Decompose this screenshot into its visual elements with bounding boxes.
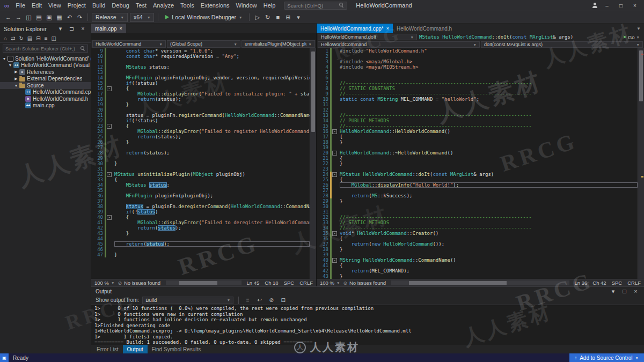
run-without-debugging-icon[interactable]: ▷ bbox=[253, 14, 261, 21]
tree-item-solution-helloworldcommand-1-of-1-project[interactable]: ▼Solution 'HelloWorldCommand' (1 of 1 pr… bbox=[0, 55, 91, 62]
window-position-icon[interactable]: ▾ bbox=[609, 288, 617, 295]
breadcrumb-dropdown[interactable]: HelloWorldCommand▼ bbox=[92, 40, 166, 48]
messages-list-icon[interactable]: ≡ bbox=[244, 297, 252, 303]
undo-icon[interactable]: ↶ bbox=[65, 14, 74, 21]
menu-debug[interactable]: Debug bbox=[108, 2, 132, 9]
new-project-icon[interactable]: ◫ bbox=[25, 14, 33, 21]
fold-collapse-icon[interactable]: - bbox=[107, 172, 112, 177]
panel-tab-find-symbol-results[interactable]: Find Symbol Results bbox=[148, 345, 206, 353]
maximize-button[interactable]: □ bbox=[616, 3, 626, 9]
menu-test[interactable]: Test bbox=[133, 2, 150, 9]
build-icon[interactable]: ⊞ bbox=[284, 14, 292, 21]
maximize-panel-icon[interactable]: □ bbox=[620, 288, 628, 295]
chevron-right-icon[interactable]: ▶ bbox=[13, 70, 19, 74]
tree-item-helloworldcommand-h[interactable]: hHelloWorldCommand.h bbox=[0, 95, 91, 102]
breadcrumb-dropdown[interactable]: HelloWorldCommand▼ bbox=[318, 41, 480, 48]
window-position-icon[interactable]: ▾ bbox=[56, 25, 64, 32]
breadcrumb-dropdown[interactable]: (Global Scope)▼ bbox=[167, 40, 240, 48]
tree-item-helloworldcommand-cpp[interactable]: ++HelloWorldCommand.cpp bbox=[0, 89, 91, 96]
collapse-all-icon[interactable]: ⊟ bbox=[36, 35, 40, 41]
chevron-down-icon[interactable]: ▼ bbox=[13, 84, 19, 87]
platform-dropdown[interactable]: x64 ▼ bbox=[130, 13, 154, 22]
hot-reload-icon[interactable]: ↻ bbox=[264, 14, 272, 21]
menu-tools[interactable]: Tools bbox=[177, 2, 197, 9]
pin-icon[interactable]: ⊐ bbox=[68, 25, 76, 32]
save-icon[interactable]: ▣ bbox=[45, 14, 53, 21]
navigate-backward-icon[interactable]: ← bbox=[4, 14, 12, 21]
zoom-control[interactable]: 100 % ▼ bbox=[320, 280, 340, 286]
document-well-overflow-icon[interactable]: ▼ bbox=[636, 26, 641, 31]
tree-item-main-cpp[interactable]: ++main.cpp bbox=[0, 102, 91, 109]
navigate-forward-icon[interactable]: → bbox=[14, 14, 23, 21]
scrollbar-thumb[interactable] bbox=[179, 281, 217, 285]
spaces-indicator[interactable]: SPC bbox=[284, 280, 295, 286]
more-commands-icon[interactable]: ▾ bbox=[294, 14, 302, 21]
chevron-down-icon[interactable]: ▼ bbox=[2, 57, 7, 61]
redo-icon[interactable]: ↷ bbox=[76, 14, 84, 21]
toggle-autoscroll-icon[interactable]: ⊟ bbox=[279, 297, 287, 303]
close-tab-icon[interactable]: × bbox=[386, 26, 389, 31]
stop-icon[interactable]: ■ bbox=[274, 14, 282, 21]
navigate-to-dropdown[interactable]: HelloWorldCommand.doIt ▼ bbox=[318, 34, 417, 40]
fold-collapse-icon[interactable]: - bbox=[107, 86, 112, 91]
breadcrumb-dropdown[interactable]: doIt(const MArgList & args)▼ bbox=[481, 41, 643, 48]
menu-build[interactable]: Build bbox=[89, 2, 108, 9]
properties-icon[interactable]: ≡ bbox=[45, 35, 48, 41]
panel-tab-output[interactable]: Output bbox=[123, 345, 148, 353]
health-indicator[interactable]: ⊘ No issues found bbox=[118, 280, 160, 286]
menu-extensions[interactable]: Extensions bbox=[197, 2, 233, 9]
close-panel-icon[interactable]: × bbox=[632, 288, 640, 295]
right-code-area[interactable]: 12345678910111213141516-17181920-2122232… bbox=[317, 48, 644, 279]
right-editor-code[interactable]: #include "HelloWorldCommand.h"#include <… bbox=[338, 48, 638, 279]
zoom-control[interactable]: 100 % ▼ bbox=[94, 280, 114, 286]
menu-analyze[interactable]: Analyze bbox=[150, 2, 177, 9]
save-all-icon[interactable]: ▦ bbox=[55, 14, 63, 21]
solution-search-box[interactable]: Search Solution Explorer (Ctrl+;) bbox=[3, 45, 88, 53]
fold-collapse-icon[interactable]: - bbox=[332, 151, 337, 156]
home-icon[interactable]: ⌂ bbox=[4, 35, 7, 41]
health-indicator[interactable]: ⊘ No issues found bbox=[343, 280, 386, 286]
close-tab-icon[interactable]: × bbox=[120, 26, 122, 31]
tree-item-helloworldcommand-visual-studio-2019[interactable]: ▼++HelloWorldCommand (Visual Studio 2019… bbox=[0, 62, 91, 69]
right-vertical-scrollbar[interactable] bbox=[638, 48, 644, 279]
preview-selected-icon[interactable]: ◫ bbox=[52, 35, 56, 41]
spaces-indicator[interactable]: SPC bbox=[612, 280, 623, 286]
go-button[interactable]: Go ▼ bbox=[620, 34, 643, 40]
notifications-icon[interactable]: ▣ bbox=[0, 353, 9, 362]
fold-collapse-icon[interactable]: - bbox=[332, 231, 337, 236]
menu-view[interactable]: View bbox=[45, 2, 64, 9]
tree-item-external-dependencies[interactable]: ▶External Dependencies bbox=[0, 76, 91, 83]
chevron-right-icon[interactable]: ▶ bbox=[13, 77, 19, 81]
clear-all-icon[interactable]: ⊘ bbox=[267, 297, 275, 303]
fold-collapse-icon[interactable]: - bbox=[332, 129, 337, 134]
fold-collapse-icon[interactable]: - bbox=[107, 124, 112, 129]
open-file-icon[interactable]: ▤ bbox=[35, 14, 43, 21]
user-account-icon[interactable] bbox=[591, 2, 598, 9]
left-vertical-scrollbar[interactable] bbox=[310, 48, 316, 279]
line-ending-indicator[interactable]: CRLF bbox=[299, 280, 313, 286]
scrollbar-thumb[interactable] bbox=[311, 51, 315, 132]
add-to-source-control-button[interactable]: ↑ Add to Source Control ▼ bbox=[569, 353, 644, 362]
fold-collapse-icon[interactable]: - bbox=[107, 215, 112, 220]
tree-item-references[interactable]: ▶≡References bbox=[0, 69, 91, 76]
chevron-down-icon[interactable]: ▼ bbox=[8, 63, 13, 67]
close-button[interactable]: × bbox=[630, 3, 640, 9]
menu-edit[interactable]: Edit bbox=[28, 2, 45, 9]
quick-search-box[interactable]: Search (Ctrl+Q) bbox=[284, 2, 347, 10]
line-ending-indicator[interactable]: CRLF bbox=[627, 280, 641, 286]
fold-collapse-icon[interactable]: - bbox=[332, 258, 337, 263]
output-text[interactable]: 1> 0 of 10 functions ( 0.0%) were compil… bbox=[91, 305, 644, 345]
minimize-button[interactable]: – bbox=[602, 3, 612, 9]
refresh-icon[interactable]: ↻ bbox=[19, 35, 23, 41]
left-code-area[interactable]: 910111213141516-17181920212223-242526272… bbox=[91, 48, 316, 279]
scrollbar-thumb[interactable] bbox=[639, 50, 643, 101]
start-debugging-button[interactable]: Local Windows Debugger ▼ bbox=[162, 14, 245, 20]
panel-tab-error-list[interactable]: Error List bbox=[92, 345, 123, 353]
switch-views-icon[interactable]: ⇄ bbox=[11, 35, 15, 41]
tree-item-source[interactable]: ▼Source bbox=[0, 82, 91, 89]
menu-help[interactable]: Help bbox=[260, 2, 279, 9]
close-icon[interactable]: × bbox=[79, 25, 87, 32]
tab-helloworldcommand-cpp[interactable]: HelloWorldCommand.cpp* × bbox=[317, 24, 393, 33]
configuration-dropdown[interactable]: Release ▼ bbox=[92, 13, 128, 22]
horizontal-scrollbar[interactable] bbox=[391, 280, 569, 285]
